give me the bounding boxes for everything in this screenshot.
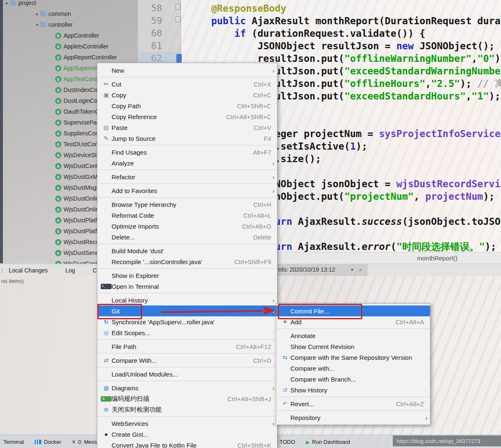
menu-item-shortcut: Ctrl+V [246, 124, 271, 131]
gutter-bookmark-icon[interactable] [175, 16, 181, 22]
menu-item-load-unload-modules[interactable]: Load/Unload Modules... [97, 369, 277, 379]
menu-separator [98, 170, 277, 170]
menu-item-edit-scopes[interactable]: Edit Scopes... [97, 327, 277, 338]
plus-icon [280, 318, 290, 326]
menu-item-item-12-2[interactable]: 关闭实时检测功能 [97, 404, 277, 415]
close-icon[interactable]: × [359, 264, 362, 276]
menu-item-copy-path[interactable]: Copy PathCtrl+Shift+C [97, 100, 277, 111]
menu-item-cut[interactable]: CutCtrl+X [97, 79, 277, 89]
submenu-arrow-icon: › [272, 420, 275, 427]
menu-item-shortcut: Ctrl+Shift+C [229, 102, 271, 109]
menu-item-diagrams[interactable]: Diagrams› [97, 382, 277, 393]
menu-item-webservices[interactable]: WebServices› [97, 418, 277, 429]
code-line: JSONObject resultJson = new JSONObject()… [188, 40, 495, 52]
code-segment-id: wjsDustRecordService [397, 178, 501, 189]
menu-item-jump-to-source[interactable]: Jump to SourceF4 [97, 133, 277, 144]
menu-item-repository[interactable]: Repository› [276, 412, 430, 423]
gutter-line-number: 60 [140, 27, 162, 40]
class-icon: c [55, 196, 61, 202]
menu-item-show-current-revision[interactable]: Show Current Revision [276, 341, 430, 352]
menu-item-annotate[interactable]: Annotate [276, 330, 430, 341]
menu-item-label: Synchronize 'AppSupervi...roller.java' [112, 318, 215, 326]
status-item-label: Terminal [3, 439, 24, 445]
tree-item-label: project [18, 0, 36, 6]
menu-item-build-module-dust[interactable]: Build Module 'dust' [97, 245, 277, 256]
menu-item-analyze[interactable]: Analyze› [97, 158, 277, 168]
menu-item-copy-reference[interactable]: Copy ReferenceCtrl+Alt+Shift+C [97, 111, 277, 122]
tree-item-label: controller [48, 21, 73, 28]
menu-separator [277, 410, 430, 411]
menu-item-convert-java-file-to-kotlin-file[interactable]: Convert Java File to Kotlin FileCtrl+Shi… [97, 440, 277, 448]
menu-item-synchronize-appsupervi-roller-java[interactable]: Synchronize 'AppSupervi...roller.java' [97, 316, 277, 327]
tree-item-appletscontroller[interactable]: cAppletsController [0, 41, 138, 52]
status-item-terminal[interactable]: Terminal [3, 439, 24, 445]
menu-item-show-history[interactable]: Show History [276, 384, 430, 395]
menu-item-label: Recompile '...sionController.java' [112, 258, 202, 265]
code-segment-plain: , [466, 91, 472, 102]
class-icon: c [55, 185, 61, 191]
menu-item-paste[interactable]: PasteCtrl+V [97, 122, 277, 133]
menu-item-show-in-explorer[interactable]: Show in Explorer [97, 270, 277, 281]
code-segment-str: "2.5" [431, 78, 460, 89]
menu-item-new[interactable]: New› [97, 65, 277, 76]
menu-item-local-history[interactable]: Local History› [97, 295, 277, 305]
menu-item-shortcut: Ctrl+Alt+A [388, 318, 424, 326]
alibaba-icon [101, 396, 112, 402]
chevron-down-icon[interactable]: ▾ [351, 264, 353, 276]
menu-item-item-12-1[interactable]: 编码规约扫描Ctrl+Alt+Shift+J [97, 393, 277, 404]
menu-item-label: 编码规约扫描 [112, 395, 149, 403]
git-submenu: Commit File...AddCtrl+Alt+AAnnotateShow … [276, 303, 430, 425]
menu-item-browse-type-hierarchy[interactable]: Browse Type HierarchyCtrl+H [97, 199, 277, 210]
status-item-docker[interactable]: Docker [35, 439, 61, 445]
info-tab-label: nfo: 2020/10/19 13:12 [278, 264, 335, 276]
class-icon: c [55, 206, 61, 213]
menu-item-label: Build Module 'dust' [112, 247, 164, 255]
menu-item-delete[interactable]: Delete...Delete [97, 232, 277, 242]
menu-item-compare-with[interactable]: Compare with... [276, 363, 430, 374]
breadcrumb[interactable]: monthReport() [417, 252, 458, 264]
menu-item-copy[interactable]: CopyCtrl+C [97, 89, 277, 100]
menu-item-file-path[interactable]: File PathCtrl+Alt+F12 [97, 341, 277, 352]
menu-item-open-in-terminal[interactable]: Open in Terminal [97, 281, 277, 292]
menu-separator [98, 339, 277, 340]
tree-item-appreportcontroller[interactable]: cAppReportController [0, 52, 138, 63]
gutter-bookmark-icon[interactable] [175, 4, 181, 10]
menu-item-add[interactable]: AddCtrl+Alt+A [276, 316, 430, 327]
tree-item-appcontroller[interactable]: cAppController [0, 30, 138, 41]
gutter-line-number: 59 [140, 15, 162, 27]
menu-item-label: Compare With... [112, 357, 157, 364]
tree-item-project[interactable]: ▸project [0, 0, 138, 8]
menu-item-add-to-favorites[interactable]: Add to Favorites› [97, 185, 277, 196]
menu-item-shortcut: Ctrl+Alt+F12 [229, 343, 271, 350]
menu-item-commit-file[interactable]: Commit File... [276, 305, 430, 316]
tree-item-common[interactable]: ▸common [0, 8, 138, 19]
code-segment-plain: , [472, 53, 478, 64]
tree-item-controller[interactable]: ▾controller [0, 19, 138, 30]
menu-item-compare-with-branch[interactable]: Compare with Branch... [276, 374, 430, 384]
vc-tab-log[interactable]: Log [65, 267, 75, 274]
code-segment-plain: ); [460, 78, 478, 89]
menu-item-reformat-code[interactable]: Reformat CodeCtrl+Alt+L [97, 210, 277, 221]
menu-item-optimize-imports[interactable]: Optimize ImportsCtrl+Alt+O [97, 221, 277, 232]
menu-item-refactor[interactable]: Refactor› [97, 171, 277, 182]
menu-item-label: Copy Reference [112, 113, 157, 120]
status-item-todo[interactable]: : TODO [277, 439, 295, 445]
menu-item-compare-with[interactable]: Compare With...Ctrl+D [97, 355, 277, 366]
submenu-arrow-icon: › [272, 160, 275, 167]
tree-item-label: AppController [64, 32, 99, 39]
status-item-run-dashboard[interactable]: Run Dashboard [306, 439, 350, 445]
vc-tab-local-changes[interactable]: Local Changes [9, 267, 48, 274]
menu-item-label: Compare with the Same Repository Version [290, 354, 412, 361]
chevron-right-icon[interactable]: ▸ [4, 0, 10, 6]
gutter-line-number: 61 [140, 40, 162, 52]
diagrams-icon [101, 384, 112, 391]
chevron-right-icon[interactable]: ▸ [34, 11, 40, 17]
chevron-down-icon[interactable]: ▾ [34, 22, 40, 28]
menu-item-compare-with-the-same-repository-version[interactable]: Compare with the Same Repository Version [276, 352, 430, 363]
menu-item-recompile-sioncontroller-java[interactable]: Recompile '...sionController.java'Ctrl+S… [97, 256, 277, 267]
menu-item-find-usages[interactable]: Find UsagesAlt+F7 [97, 147, 277, 158]
menu-item-git[interactable]: Git› [97, 305, 277, 316]
menu-item-revert[interactable]: Revert...Ctrl+Alt+Z [276, 398, 430, 409]
code-segment-ann: @ResponseBody [211, 3, 286, 14]
menu-item-create-gist[interactable]: Create Gist... [97, 429, 277, 440]
